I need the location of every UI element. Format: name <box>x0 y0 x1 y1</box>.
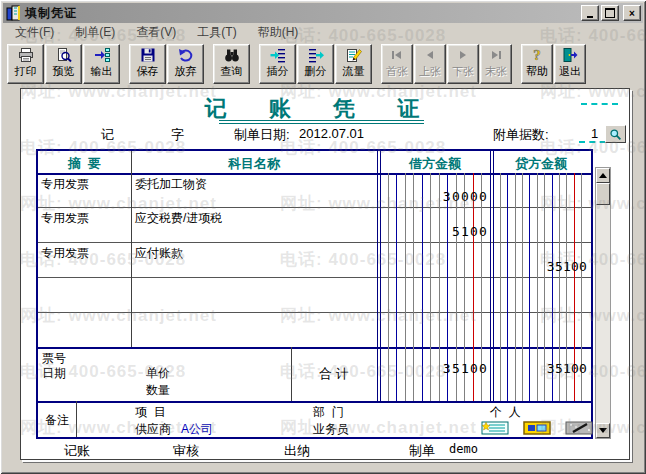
minimize-button[interactable] <box>581 5 599 21</box>
remark-label: 备注 <box>38 412 76 429</box>
supplier-value[interactable]: A公司 <box>181 421 213 438</box>
header-credit: 贷方金额 <box>493 155 589 173</box>
menu-file[interactable]: 文件(F) <box>9 22 60 43</box>
floppy-icon <box>140 47 156 63</box>
total-debit: 35100 <box>380 351 489 379</box>
row2-account[interactable]: 应交税费/进项税 <box>135 210 222 227</box>
row1-summary[interactable]: 专用发票 <box>41 176 89 193</box>
row2-debit[interactable]: 5100 <box>380 207 489 242</box>
project-label[interactable]: 项 目 <box>135 404 166 421</box>
row2-credit[interactable] <box>493 207 588 242</box>
last-voucher-button[interactable]: 末张 <box>480 44 512 84</box>
insert-line-button[interactable]: 插分 <box>259 44 296 84</box>
attachment-count[interactable]: 1 <box>591 126 598 141</box>
totals-divider <box>38 347 591 349</box>
scroll-down-button[interactable] <box>596 423 610 438</box>
maximize-icon <box>605 8 615 18</box>
row3-credit[interactable]: 35100 <box>493 242 588 277</box>
row1-credit[interactable] <box>493 173 588 207</box>
last-icon <box>488 47 504 63</box>
export-icon <box>94 47 110 63</box>
header-summary: 摘 要 <box>38 155 131 173</box>
total-label: 合 计 <box>291 365 377 383</box>
voucher-date-value[interactable]: 2012.07.01 <box>299 126 364 141</box>
print-button[interactable]: 打印 <box>7 44 44 84</box>
maximize-button[interactable] <box>601 5 619 21</box>
department-label[interactable]: 部 门 <box>313 404 344 421</box>
dashed-line-top <box>581 103 618 105</box>
scroll-up-button[interactable] <box>596 168 610 183</box>
row3-summary[interactable]: 专用发票 <box>41 245 89 262</box>
credit-double-border <box>490 151 491 401</box>
row5-debit[interactable] <box>380 312 489 347</box>
card-icon[interactable] <box>523 421 551 435</box>
export-button[interactable]: 输出 <box>83 44 120 84</box>
common-voucher-icon[interactable] <box>481 421 509 435</box>
row5-credit[interactable] <box>493 312 588 347</box>
printer-icon <box>18 47 34 63</box>
query-button[interactable]: 查询 <box>213 44 250 84</box>
supplier-label: 供应商 <box>135 421 171 438</box>
row2-summary[interactable]: 专用发票 <box>41 210 89 227</box>
prev-voucher-button[interactable]: 上张 <box>414 44 446 84</box>
attachment-zoom-button[interactable] <box>605 125 626 143</box>
title-underline2 <box>219 123 424 124</box>
exit-button[interactable]: 退出 <box>554 44 586 84</box>
row4-credit[interactable] <box>493 277 588 312</box>
minimize-icon <box>587 16 593 18</box>
voucher-table: 摘 要 科目名称 借方金额 贷方金额 专用发票 委 <box>36 149 593 439</box>
scrollbar-thumb[interactable] <box>596 183 610 205</box>
voucher-date-label: 制单日期: <box>234 126 290 144</box>
attachment-label: 附单据数: <box>493 126 549 144</box>
cashier-label: 出纳 <box>284 442 310 460</box>
row1-debit[interactable]: 30000 <box>380 173 489 207</box>
next-voucher-button[interactable]: 下张 <box>447 44 479 84</box>
voucher-panel: 记 账 凭 证 记 字 制单日期: 2012.07.01 附单据数: 1 摘 要… <box>20 88 630 460</box>
row3-account[interactable]: 应付账款 <box>135 245 183 262</box>
menu-voucher[interactable]: 制单(E) <box>69 22 121 43</box>
magic-wand-icon[interactable] <box>565 421 593 435</box>
scroll-up-icon <box>599 173 607 178</box>
title-underline <box>219 120 424 121</box>
reviewer-label: 审核 <box>173 442 199 460</box>
help-button[interactable]: ? 帮助 <box>521 44 553 84</box>
menu-view[interactable]: 查看(V) <box>130 22 182 43</box>
save-button[interactable]: 保存 <box>129 44 166 84</box>
total-credit: 35100 <box>493 351 588 379</box>
salesman-label[interactable]: 业务员 <box>313 421 349 438</box>
row1-account[interactable]: 委托加工物资 <box>135 176 207 193</box>
menu-help[interactable]: 帮助(H) <box>252 22 305 43</box>
flow-button[interactable]: 流量 <box>335 44 372 84</box>
app-window: 填制凭证 × 文件(F) 制单(E) 查看(V) 工具(T) 帮助(H) 打印 … <box>0 0 646 474</box>
person-label[interactable]: 个 人 <box>490 404 521 421</box>
help-icon: ? <box>529 47 545 63</box>
debit-double-border <box>377 151 378 401</box>
title-bar: 填制凭证 × <box>3 3 643 23</box>
column-divider <box>131 151 132 347</box>
app-icon <box>6 5 22 21</box>
table-scrollbar[interactable] <box>595 167 611 439</box>
exit-door-icon <box>562 47 578 63</box>
remark-cell-divider <box>76 401 77 437</box>
prev-icon <box>422 47 438 63</box>
unit-price-label: 单价 <box>146 365 170 382</box>
menu-bar: 文件(F) 制单(E) 查看(V) 工具(T) 帮助(H) <box>3 23 643 42</box>
header-account: 科目名称 <box>131 155 377 173</box>
close-button[interactable]: × <box>623 5 641 21</box>
bookkeeper-label: 记账 <box>64 442 90 460</box>
row4-debit[interactable] <box>380 277 489 312</box>
date-label: 日期 <box>42 365 66 382</box>
menu-tools[interactable]: 工具(T) <box>191 22 242 43</box>
voucher-word-suffix: 字 <box>171 126 184 144</box>
row3-debit[interactable] <box>380 242 489 277</box>
window-title: 填制凭证 <box>25 5 77 22</box>
remark-divider <box>38 401 591 403</box>
delete-line-button[interactable]: 删分 <box>297 44 334 84</box>
preview-button[interactable]: 预览 <box>45 44 82 84</box>
scroll-down-icon <box>599 428 607 433</box>
undo-icon <box>178 47 194 63</box>
discard-button[interactable]: 放弃 <box>167 44 204 84</box>
first-voucher-button[interactable]: 首张 <box>381 44 413 84</box>
preparer-label: 制单 <box>409 442 435 460</box>
close-icon: × <box>629 8 635 19</box>
